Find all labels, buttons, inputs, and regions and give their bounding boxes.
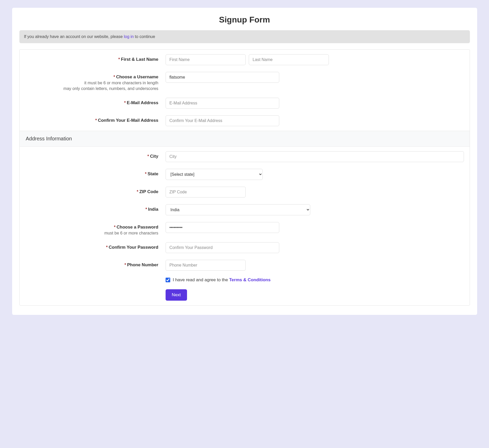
row-email: *E-Mail Address xyxy=(20,96,470,113)
last-name-input[interactable] xyxy=(249,54,329,65)
label-country: *India xyxy=(25,204,166,212)
username-hint1: it must be 6 or more characters in lengt… xyxy=(25,81,158,85)
label-email-confirm: *Confirm Your E-Mail Address xyxy=(25,115,166,123)
login-banner: If you already have an account on our we… xyxy=(19,30,470,43)
required-marker: * xyxy=(145,207,147,211)
password-confirm-label: Confirm Your Password xyxy=(109,245,158,250)
input-col-submit: Next xyxy=(166,289,464,301)
input-col-phone xyxy=(166,260,464,271)
terms-checkbox[interactable] xyxy=(166,278,170,282)
required-marker: * xyxy=(145,172,146,176)
input-col-state: [Select state] xyxy=(166,169,464,180)
input-col-password xyxy=(166,222,464,233)
input-col-zip xyxy=(166,187,464,198)
username-label: Choose a Username xyxy=(116,74,158,79)
terms-text-before: I have read and agree to the xyxy=(173,277,229,282)
row-zip: *ZIP Code xyxy=(20,185,470,202)
required-marker: * xyxy=(106,245,108,249)
row-state: *State [Select state] xyxy=(20,167,470,185)
state-select[interactable]: [Select state] xyxy=(166,169,263,180)
input-col-password-confirm xyxy=(166,242,464,253)
first-name-input[interactable] xyxy=(166,54,246,65)
city-input[interactable] xyxy=(166,151,464,162)
email-confirm-input[interactable] xyxy=(166,115,279,126)
email-confirm-label: Confirm Your E-Mail Address xyxy=(98,118,158,123)
zip-label: ZIP Code xyxy=(139,189,158,194)
input-col-country: India xyxy=(166,204,464,215)
country-label: India xyxy=(148,207,158,212)
row-username: *Choose a Username it must be 6 or more … xyxy=(20,70,470,96)
name-label: First & Last Name xyxy=(121,57,158,62)
terms-link[interactable]: Terms & Conditions xyxy=(229,277,270,282)
password-label: Choose a Password xyxy=(117,225,158,230)
required-marker: * xyxy=(118,57,120,62)
label-password-confirm: *Confirm Your Password xyxy=(25,242,166,250)
zip-input[interactable] xyxy=(166,187,246,198)
required-marker: * xyxy=(95,118,97,123)
label-username: *Choose a Username it must be 6 or more … xyxy=(25,72,166,91)
input-col-email-confirm xyxy=(166,115,464,126)
row-terms: I have read and agree to the Terms & Con… xyxy=(20,275,470,287)
label-zip: *ZIP Code xyxy=(25,187,166,194)
row-password: *Choose a Password must be 6 or more cha… xyxy=(20,220,470,240)
form-panel: *First & Last Name *Choose a Username it… xyxy=(19,49,470,306)
label-city: *City xyxy=(25,151,166,159)
email-input[interactable] xyxy=(166,98,279,109)
page-title: Signup Form xyxy=(19,15,470,25)
input-col-city xyxy=(166,151,464,162)
row-email-confirm: *Confirm Your E-Mail Address xyxy=(20,113,470,131)
terms-checkbox-wrap[interactable]: I have read and agree to the Terms & Con… xyxy=(166,277,271,283)
city-label: City xyxy=(150,154,158,159)
banner-text-before: If you already have an account on our we… xyxy=(24,34,124,39)
phone-label: Phone Number xyxy=(127,262,158,267)
password-hint: must be 6 or more characters xyxy=(25,231,158,236)
banner-text-after: to continue xyxy=(134,34,155,39)
password-confirm-input[interactable] xyxy=(166,242,279,253)
state-label: State xyxy=(148,171,158,176)
login-link[interactable]: log in xyxy=(124,34,134,39)
required-marker: * xyxy=(148,154,149,158)
input-col-name xyxy=(166,54,464,65)
row-name: *First & Last Name xyxy=(20,50,470,70)
username-input[interactable] xyxy=(166,72,279,83)
required-marker: * xyxy=(113,75,115,79)
label-terms-spacer xyxy=(25,277,166,280)
next-button[interactable]: Next xyxy=(166,289,187,301)
input-col-email xyxy=(166,98,464,109)
label-phone: *Phone Number xyxy=(25,260,166,268)
signup-container: Signup Form If you already have an accou… xyxy=(12,8,477,315)
phone-input[interactable] xyxy=(166,260,246,271)
required-marker: * xyxy=(137,189,138,194)
label-submit-spacer xyxy=(25,289,166,292)
label-password: *Choose a Password must be 6 or more cha… xyxy=(25,222,166,236)
username-hint2: may only contain letters, numbers, and u… xyxy=(25,86,158,91)
row-country: *India India xyxy=(20,202,470,220)
input-col-username xyxy=(166,72,464,83)
required-marker: * xyxy=(114,225,115,229)
label-state: *State xyxy=(25,169,166,177)
row-submit: Next xyxy=(20,287,470,305)
row-password-confirm: *Confirm Your Password xyxy=(20,240,470,258)
country-select[interactable]: India xyxy=(166,204,310,215)
required-marker: * xyxy=(125,263,126,267)
row-phone: *Phone Number xyxy=(20,258,470,275)
email-label: E-Mail Address xyxy=(127,100,158,105)
address-section-header: Address Information xyxy=(20,131,470,147)
required-marker: * xyxy=(124,101,126,105)
label-email: *E-Mail Address xyxy=(25,98,166,105)
password-input[interactable] xyxy=(166,222,279,233)
row-city: *City xyxy=(20,147,470,167)
terms-text-wrap: I have read and agree to the Terms & Con… xyxy=(173,277,271,283)
label-name: *First & Last Name xyxy=(25,54,166,62)
input-col-terms: I have read and agree to the Terms & Con… xyxy=(166,277,464,283)
